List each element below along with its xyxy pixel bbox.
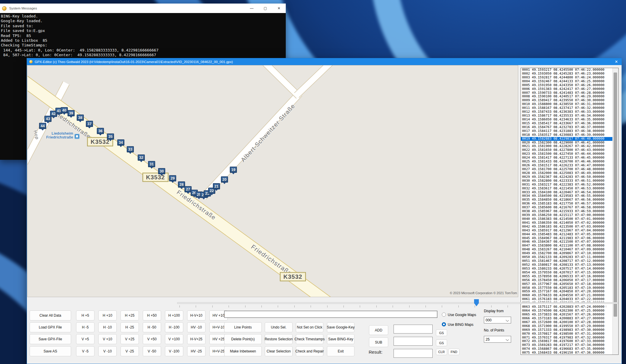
- add-button[interactable]: ADD: [369, 325, 388, 335]
- button-not-set-on-click[interactable]: Not Set on Click: [296, 322, 323, 332]
- map-marker[interactable]: 38: [77, 115, 84, 121]
- sub-value-field[interactable]: [394, 337, 433, 346]
- console-titlebar[interactable]: System Messages — ▢ ✕: [0, 4, 286, 13]
- point-row[interactable]: 0018 49.1583517 08.4230883 07:46:39.0000…: [521, 133, 618, 137]
- map-marker[interactable]: 39: [68, 110, 75, 116]
- button-save-bing-key[interactable]: Save BING-Key: [327, 334, 354, 344]
- point-row[interactable]: 0016 49.1584767 08.4232783 07:46:37.0000…: [521, 125, 618, 129]
- point-row[interactable]: 0068 49.1571900 08.4199550 07:47:29.0000…: [521, 324, 618, 328]
- button-v-5[interactable]: V -5: [76, 346, 94, 356]
- button-v-50[interactable]: V +50: [143, 334, 161, 344]
- button-exit[interactable]: Exit: [327, 346, 354, 356]
- button-h-100[interactable]: H +100: [165, 310, 183, 320]
- button-delete-point-s-[interactable]: Delete Point(s): [224, 334, 262, 344]
- point-row[interactable]: 0032 49.1583617 08.4221450 07:46:53.0000…: [521, 187, 618, 191]
- map-marker[interactable]: 29: [169, 175, 176, 181]
- map-canvas[interactable]: Liedolsheim Friedrichstraße © 2023 Micro…: [27, 65, 518, 297]
- close-icon[interactable]: ✕: [272, 4, 286, 13]
- point-row[interactable]: 0030 49.1582800 08.4223333 07:46:51.0000…: [521, 179, 618, 183]
- map-marker[interactable]: 36: [97, 128, 104, 134]
- button-save-google-key[interactable]: Save Google-Key: [327, 322, 354, 332]
- button-restore-selection[interactable]: Restore Selection: [265, 334, 293, 344]
- button-h-v-25[interactable]: H-V+25: [187, 334, 206, 344]
- button-line-points[interactable]: Line Points: [224, 322, 262, 332]
- point-row[interactable]: 0027 49.1581700 08.4225700 07:46:48.0000…: [521, 167, 618, 171]
- button-h-25[interactable]: H -25: [121, 322, 139, 332]
- map-marker[interactable]: 44: [39, 123, 46, 129]
- point-row[interactable]: 0043 49.1585917 08.4212967 07:47:04.0000…: [521, 229, 618, 233]
- button-load-gpx-file[interactable]: Load GPX File: [30, 322, 71, 332]
- button-h-10[interactable]: H +10: [98, 310, 117, 320]
- point-row[interactable]: 0040 49.1586383 08.4214500 07:47:01.0000…: [521, 217, 618, 221]
- point-row[interactable]: 0019 49.1582883 08.4229817 07:46:40.0000…: [521, 137, 618, 141]
- point-row[interactable]: 0031 49.1583217 08.4222383 07:46:52.0000…: [521, 183, 618, 187]
- button-h-25[interactable]: H +25: [121, 310, 139, 320]
- point-row[interactable]: 0044 49.1585483 08.4212483 07:47:05.0000…: [521, 233, 618, 236]
- map-marker[interactable]: 35: [107, 133, 114, 140]
- point-row[interactable]: 0070 49.1570817 08.4198500 07:47:31.0000…: [521, 332, 618, 336]
- button-hv-10[interactable]: HV -10: [187, 322, 206, 332]
- radio-google-maps[interactable]: [442, 313, 446, 317]
- button-v-10[interactable]: V +10: [98, 334, 117, 344]
- button-make-inbetween[interactable]: Make Inbetween: [224, 346, 262, 356]
- point-row[interactable]: 0042 49.1586183 08.4213500 07:47:03.0000…: [521, 225, 618, 229]
- button-v-10[interactable]: V -10: [98, 346, 117, 356]
- point-row[interactable]: 0039 49.1586250 08.4215117 07:47:00.0000…: [521, 213, 618, 217]
- map-marker[interactable]: 33: [127, 146, 134, 152]
- maximize-icon[interactable]: ▢: [259, 4, 272, 13]
- button-h-v-10[interactable]: H-V+10: [187, 310, 206, 320]
- button-clear-all-data[interactable]: Clear All Data: [30, 310, 71, 320]
- point-row[interactable]: 0015 49.1585417 08.4233667 07:46:36.0000…: [521, 122, 618, 125]
- gs1-button[interactable]: GS: [436, 329, 447, 336]
- button-v-50[interactable]: V -50: [143, 346, 161, 356]
- sub-button[interactable]: SUB: [369, 337, 388, 347]
- button-undo-sel-[interactable]: Undo Sel.: [265, 322, 293, 332]
- radio-bing-maps[interactable]: [442, 322, 446, 326]
- map-marker[interactable]: 30: [158, 168, 165, 174]
- button-save-as[interactable]: Save AS: [30, 346, 71, 356]
- button-v-25[interactable]: V +25: [121, 334, 139, 344]
- point-row[interactable]: 0067 49.1572600 08.4200100 07:47:28.0000…: [521, 320, 618, 324]
- point-row[interactable]: 0069 49.1571333 08.4198983 07:47:30.0000…: [521, 328, 618, 332]
- point-row[interactable]: 0053 49.1580233 08.4207517 07:47:14.0000…: [521, 267, 618, 271]
- point-row[interactable]: 0028 49.1582000 08.4225083 07:46:49.0000…: [521, 171, 618, 175]
- button-h-50[interactable]: H +50: [143, 310, 161, 320]
- button-v-100[interactable]: V +100: [165, 334, 183, 344]
- list-scrollbar[interactable]: [612, 68, 618, 355]
- point-row[interactable]: 0065 49.1573833 08.4201567 07:47:26.0000…: [521, 313, 618, 317]
- map-marker[interactable]: 21: [213, 183, 220, 189]
- button-h-100[interactable]: H -100: [165, 322, 183, 332]
- button-h-10[interactable]: H -10: [98, 322, 117, 332]
- point-row[interactable]: 0004 49.1592467 08.4244133 07:46:25.0000…: [521, 80, 618, 83]
- point-row[interactable]: 0066 49.1573183 08.4200883 07:47:27.0000…: [521, 317, 618, 320]
- button-h-50[interactable]: H -50: [143, 322, 161, 332]
- trackpoint-list[interactable]: 0001 49.1593217 08.4245500 07:46:22.0000…: [521, 68, 619, 355]
- point-row[interactable]: 0055 49.1578950 08.4206533 07:47:16.0000…: [521, 275, 618, 278]
- button-check-timestamps[interactable]: Check Timestamps: [296, 334, 323, 344]
- button-v-25[interactable]: V -25: [121, 346, 139, 356]
- point-row[interactable]: 0001 49.1593217 08.4245500 07:46:22.0000…: [521, 68, 618, 72]
- button-v-100[interactable]: V -100: [165, 346, 183, 356]
- add-value-field[interactable]: [394, 325, 433, 334]
- point-row[interactable]: 0029 49.1582367 08.4224283 07:46:50.0000…: [521, 175, 618, 179]
- no-of-points-select[interactable]: 25: [484, 336, 511, 343]
- close-icon[interactable]: ✕: [615, 59, 618, 64]
- map-marker[interactable]: 32: [138, 154, 145, 161]
- point-row[interactable]: 0052 49.1580817 08.4208133 07:47:13.0000…: [521, 263, 618, 267]
- point-row[interactable]: 0006 49.1591383 08.4242417 07:46:27.0000…: [521, 87, 618, 91]
- map-position-slider[interactable]: [177, 302, 618, 304]
- map-marker[interactable]: 31: [148, 161, 155, 167]
- fnd-button[interactable]: FND: [448, 349, 460, 355]
- point-row[interactable]: 0041 49.1586350 08.4214050 07:47:02.0000…: [521, 221, 618, 225]
- point-row[interactable]: 0056 49.1578450 08.4206050 07:47:17.0000…: [521, 278, 618, 282]
- display-from-select[interactable]: 000: [484, 317, 511, 323]
- point-row[interactable]: 0014 49.1586050 08.4234633 07:46:35.0000…: [521, 118, 618, 122]
- button-clear-selection[interactable]: Clear Selection: [265, 346, 293, 356]
- button-save-gpx-file[interactable]: Save GPX-File: [30, 334, 71, 344]
- button-h-5[interactable]: H +5: [76, 310, 94, 320]
- button-hv-25[interactable]: HV -25: [187, 346, 206, 356]
- point-row[interactable]: 0057 49.1577967 08.4205650 07:47:18.0000…: [521, 282, 618, 286]
- clr-button[interactable]: CLR: [436, 349, 447, 355]
- point-row[interactable]: 0003 49.1592817 08.4244800 07:46:24.0000…: [521, 76, 618, 80]
- coordinate-input[interactable]: [224, 311, 437, 318]
